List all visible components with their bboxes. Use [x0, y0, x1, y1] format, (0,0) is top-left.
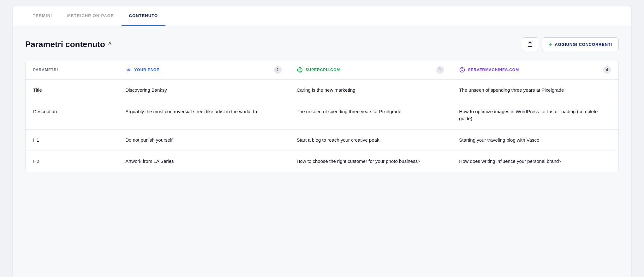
header-buttons: + AGGIUNGI CONCORRENTI	[522, 37, 619, 51]
section-caret: ^	[108, 41, 112, 48]
plus-icon: +	[549, 41, 552, 48]
supercpu-icon	[297, 67, 303, 73]
table-body: Title Discovering Banksy Caring is the n…	[26, 80, 618, 172]
yourpage-title: Discovering Banksy	[118, 80, 289, 101]
add-competitor-button[interactable]: + AGGIUNGI CONCORRENTI	[542, 37, 619, 51]
section-header: Parametri contenuto ^ + AGGIUNGI CONCORR…	[25, 37, 619, 51]
tab-termini[interactable]: TERMINI	[25, 6, 60, 26]
parameters-table: PARAMETRI YOUR PAGE	[26, 60, 618, 172]
tab-bar: TERMINI METRICHE ON-PAGE CONTENUTO	[13, 6, 631, 26]
yourpage-description: Arguably the most controversial street l…	[118, 101, 289, 129]
col-header-supercpu: SUPERCPU.COM 1	[289, 60, 452, 80]
table-row: H1 Do not punish yourself Start a blog t…	[26, 129, 618, 151]
svg-point-5	[462, 68, 463, 69]
supercpu-h2: How to choose the right customer for you…	[289, 151, 452, 172]
servermachines-icon	[459, 67, 465, 73]
param-label-description: Description	[26, 101, 118, 129]
section-title-text: Parametri contenuto	[25, 40, 105, 49]
supercpu-badge: 1	[436, 66, 444, 74]
parameters-table-wrap: PARAMETRI YOUR PAGE	[25, 60, 619, 172]
supercpu-title: Caring is the new marketing	[289, 80, 452, 101]
add-competitor-label: AGGIUNGI CONCORRENTI	[555, 42, 612, 47]
param-label-h2: H2	[26, 151, 118, 172]
servermachines-title: The unseen of spending three years at Pi…	[451, 80, 618, 101]
servermachines-badge: 4	[603, 66, 611, 74]
upload-button[interactable]	[522, 37, 538, 51]
yourpage-h1: Do not punish yourself	[118, 129, 289, 151]
servermachines-description: How to optimize images in WordPress for …	[451, 101, 618, 129]
servermachines-h1: Starting your traveling blog with Vasco	[451, 129, 618, 151]
table-row: Title Discovering Banksy Caring is the n…	[26, 80, 618, 101]
upload-icon	[527, 41, 534, 48]
table-row: Description Arguably the most controvers…	[26, 101, 618, 129]
col-header-servermachines: SERVERMACHINES.COM 4	[451, 60, 618, 80]
section-title: Parametri contenuto ^	[25, 40, 111, 49]
supercpu-description: The unseen of spending three years at Pi…	[289, 101, 452, 129]
tab-metriche[interactable]: METRICHE ON-PAGE	[60, 6, 122, 26]
param-label-title: Title	[26, 80, 118, 101]
yourpage-badge: 2	[274, 66, 282, 74]
col-header-parametri: PARAMETRI	[26, 60, 118, 80]
tab-contenuto[interactable]: CONTENUTO	[122, 6, 165, 26]
yourpage-h2: Artwork from LA Series	[118, 151, 289, 172]
content-area: Parametri contenuto ^ + AGGIUNGI CONCORR…	[13, 26, 631, 277]
table-row: H2 Artwork from LA Series How to choose …	[26, 151, 618, 172]
main-card: TERMINI METRICHE ON-PAGE CONTENUTO Param…	[13, 6, 631, 277]
param-label-h1: H1	[26, 129, 118, 151]
col-header-yourpage: YOUR PAGE 2	[118, 60, 289, 80]
table-header-row: PARAMETRI YOUR PAGE	[26, 60, 618, 80]
supercpu-h1: Start a blog to reach your creative peak	[289, 129, 452, 151]
servermachines-h2: How does writing influence your personal…	[451, 151, 618, 172]
yourpage-icon	[125, 67, 132, 73]
